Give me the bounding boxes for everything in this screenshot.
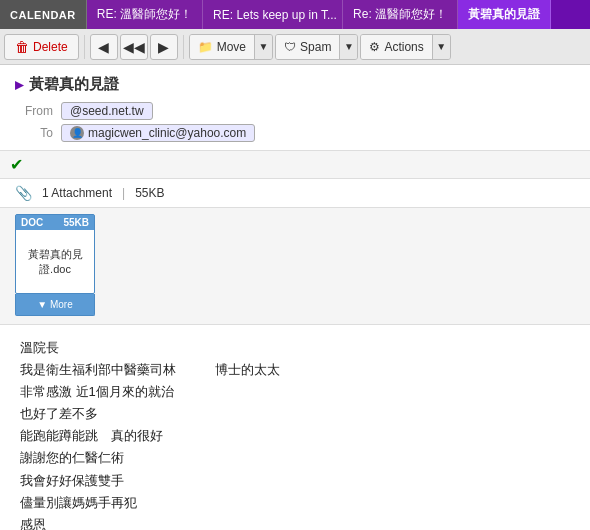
move-button[interactable]: 📁 Move ▼ xyxy=(189,34,273,60)
email-subject: ▸ 黃碧真的見證 xyxy=(15,75,575,94)
attachment-file-size: 55KB xyxy=(63,217,89,228)
toolbar-sep2 xyxy=(183,35,184,59)
tab-active-label: 黃碧真的見證 xyxy=(468,6,540,23)
attachment-more-button[interactable]: ▼ More xyxy=(15,294,95,316)
back-all-icon: ◀◀ xyxy=(123,39,145,55)
forward-button[interactable]: ▶ xyxy=(150,34,178,60)
move-main[interactable]: 📁 Move xyxy=(190,35,254,59)
spam-button[interactable]: 🛡 Spam ▼ xyxy=(275,34,358,60)
tab-bar: CALENDAR RE: 溫醫師您好！ RE: Lets keep up in … xyxy=(0,0,590,29)
from-row: From @seed.net.tw xyxy=(25,102,575,120)
toolbar: 🗑 Delete ◀ ◀◀ ▶ 📁 Move ▼ 🛡 Spam ▼ ⚙ Acti… xyxy=(0,29,590,65)
spam-label: Spam xyxy=(300,40,331,54)
attachment-card-body: 黃碧真的見證.doc xyxy=(16,230,94,293)
tab-re2-label: RE: Lets keep up in T... xyxy=(213,8,337,22)
body-line-4: 也好了差不多 xyxy=(20,403,570,425)
attachment-count: 1 Attachment xyxy=(42,186,112,200)
move-arrow[interactable]: ▼ xyxy=(254,35,272,59)
tab-active[interactable]: 黃碧真的見證 xyxy=(458,0,551,29)
tab-re3[interactable]: Re: 溫醫師您好！ xyxy=(343,0,458,29)
move-label: Move xyxy=(217,40,246,54)
attachment-separator: | xyxy=(122,186,125,200)
delete-button[interactable]: 🗑 Delete xyxy=(4,34,79,60)
actions-button[interactable]: ⚙ Actions ▼ xyxy=(360,34,450,60)
contact-icon: 👤 xyxy=(70,126,84,140)
forward-icon: ▶ xyxy=(158,39,169,55)
actions-icon: ⚙ xyxy=(369,40,380,54)
tab-re3-label: Re: 溫醫師您好！ xyxy=(353,6,447,23)
body-line-9: 感恩 xyxy=(20,514,570,530)
spam-icon: 🛡 xyxy=(284,40,296,54)
actions-label: Actions xyxy=(384,40,423,54)
back-icon: ◀ xyxy=(98,39,109,55)
body-line-6: 謝謝您的仁醫仁術 xyxy=(20,447,570,469)
subject-text: 黃碧真的見證 xyxy=(29,75,119,94)
tab-re1[interactable]: RE: 溫醫師您好！ xyxy=(87,0,203,29)
body-line-5: 能跑能蹲能跳 真的很好 xyxy=(20,425,570,447)
to-row: To 👤 magicwen_clinic@yahoo.com xyxy=(25,124,575,142)
back-button[interactable]: ◀ xyxy=(90,34,118,60)
back-all-button[interactable]: ◀◀ xyxy=(120,34,148,60)
to-value: 👤 magicwen_clinic@yahoo.com xyxy=(61,124,255,142)
body-line-2: 我是衛生福利部中醫藥司林 博士的太太 xyxy=(20,359,570,381)
delete-label: Delete xyxy=(33,40,68,54)
attachment-size: 55KB xyxy=(135,186,164,200)
to-label: To xyxy=(25,126,53,140)
actions-main[interactable]: ⚙ Actions xyxy=(361,35,431,59)
body-line-3: 非常感激 近1個月來的就治 xyxy=(20,381,570,403)
attachment-card-area: DOC 55KB 黃碧真的見證.doc ▼ More xyxy=(0,208,590,325)
verified-icon: ✔ xyxy=(10,155,23,174)
attachment-filename: 黃碧真的見證.doc xyxy=(28,247,83,276)
body-line-8: 儘量別讓媽媽手再犯 xyxy=(20,492,570,514)
attachment-card[interactable]: DOC 55KB 黃碧真的見證.doc xyxy=(15,214,95,294)
toolbar-sep1 xyxy=(84,35,85,59)
to-address: magicwen_clinic@yahoo.com xyxy=(88,126,246,140)
subject-arrow-icon: ▸ xyxy=(15,75,23,94)
from-label: From xyxy=(25,104,53,118)
attachment-type: DOC xyxy=(21,217,43,228)
paperclip-icon: 📎 xyxy=(15,185,32,201)
attachment-bar: 📎 1 Attachment | 55KB xyxy=(0,179,590,208)
spam-arrow[interactable]: ▼ xyxy=(339,35,357,59)
email-header: ▸ 黃碧真的見證 From @seed.net.tw To 👤 magicwen… xyxy=(0,65,590,151)
from-value: @seed.net.tw xyxy=(61,102,153,120)
body-line-1: 溫院長 xyxy=(20,337,570,359)
email-meta: From @seed.net.tw To 👤 magicwen_clinic@y… xyxy=(15,102,575,142)
delete-icon: 🗑 xyxy=(15,39,29,55)
tab-re2[interactable]: RE: Lets keep up in T... xyxy=(203,0,343,29)
tab-re1-label: RE: 溫醫師您好！ xyxy=(97,6,192,23)
spam-main[interactable]: 🛡 Spam xyxy=(276,35,339,59)
email-body: 溫院長 我是衛生福利部中醫藥司林 博士的太太 非常感激 近1個月來的就治 也好了… xyxy=(0,325,590,530)
body-line-7: 我會好好保護雙手 xyxy=(20,470,570,492)
status-bar: ✔ xyxy=(0,151,590,179)
move-icon: 📁 xyxy=(198,40,213,54)
attachment-card-header: DOC 55KB xyxy=(16,215,94,230)
attachment-more-label: ▼ More xyxy=(37,299,72,310)
tab-calendar[interactable]: CALENDAR xyxy=(0,0,87,29)
tab-calendar-label: CALENDAR xyxy=(10,9,76,21)
actions-arrow[interactable]: ▼ xyxy=(432,35,450,59)
